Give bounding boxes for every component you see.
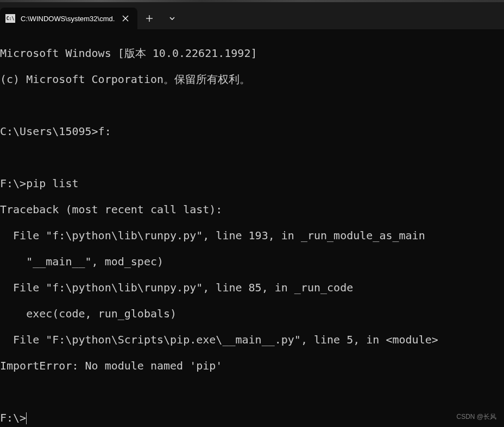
terminal-line — [0, 151, 504, 164]
close-icon — [122, 15, 129, 22]
titlebar-controls — [137, 8, 183, 29]
terminal-line: ImportError: No module named 'pip' — [0, 359, 504, 372]
terminal-line: F:\>pip list — [0, 177, 504, 190]
close-tab-button[interactable] — [120, 13, 131, 24]
new-tab-button[interactable] — [137, 8, 161, 29]
prompt-text: F:\> — [0, 411, 26, 424]
terminal-output[interactable]: Microsoft Windows [版本 10.0.22621.1992] (… — [0, 29, 504, 427]
terminal-line: C:\Users\15095>f: — [0, 125, 504, 138]
window-titlebar: C:\ C:\WINDOWS\system32\cmd. — [0, 2, 504, 29]
terminal-line: File "F:\python\Scripts\pip.exe\__main__… — [0, 333, 504, 346]
terminal-prompt-line: F:\> — [0, 411, 504, 424]
terminal-line: "__main__", mod_spec) — [0, 255, 504, 268]
terminal-tab[interactable]: C:\ C:\WINDOWS\system32\cmd. — [0, 8, 137, 29]
watermark: CSDN @长风 — [456, 412, 496, 422]
cursor — [26, 412, 27, 424]
chevron-down-icon — [169, 16, 175, 21]
terminal-line: Microsoft Windows [版本 10.0.22621.1992] — [0, 47, 504, 60]
terminal-line — [0, 385, 504, 398]
tab-dropdown-button[interactable] — [161, 8, 183, 29]
terminal-line: File "f:\python\lib\runpy.py", line 193,… — [0, 229, 504, 242]
terminal-line: Traceback (most recent call last): — [0, 203, 504, 216]
tab-title: C:\WINDOWS\system32\cmd. — [21, 15, 115, 23]
terminal-line: File "f:\python\lib\runpy.py", line 85, … — [0, 281, 504, 294]
cmd-icon: C:\ — [5, 14, 15, 23]
terminal-line: exec(code, run_globals) — [0, 307, 504, 320]
terminal-line: (c) Microsoft Corporation。保留所有权利。 — [0, 73, 504, 86]
plus-icon — [146, 15, 153, 22]
terminal-line — [0, 99, 504, 112]
